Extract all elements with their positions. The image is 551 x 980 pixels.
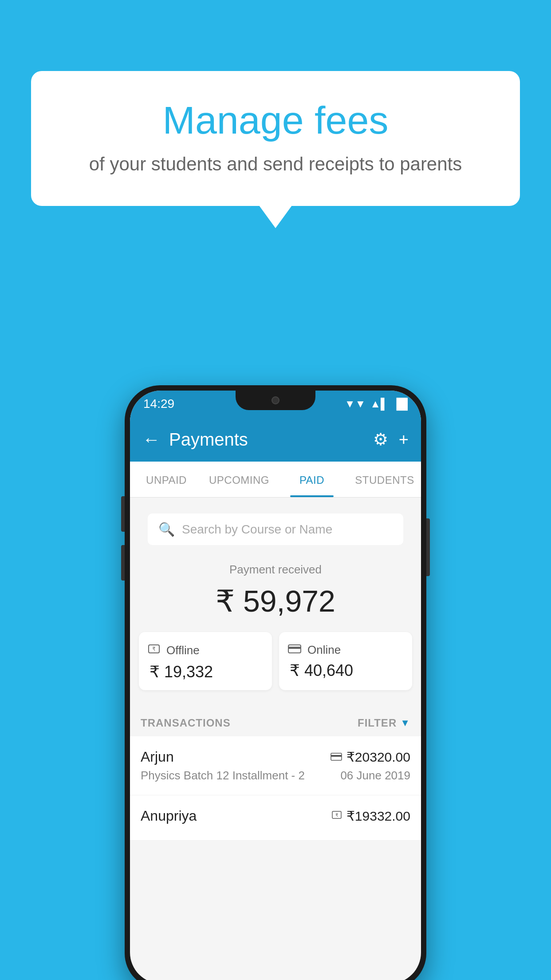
bubble-title: Manage fees [53,98,498,143]
app-bar-actions: ⚙ + [373,430,409,449]
filter-text: FILTER [358,717,397,729]
transaction-row-top: Arjun ₹20320.00 [141,749,410,765]
speech-bubble: Manage fees of your students and send re… [31,71,520,206]
phone-notch [236,391,315,410]
payment-received-label: Payment received [139,563,412,577]
payment-total-amount: ₹ 59,972 [139,584,412,619]
transaction-row[interactable]: Anupriya ₹ ₹19332.00 [130,795,421,841]
settings-icon[interactable]: ⚙ [373,430,388,449]
svg-rect-3 [288,647,301,649]
app-bar: ← Payments ⚙ + [130,417,421,462]
search-placeholder: Search by Course or Name [182,522,332,537]
volume-up-button[interactable] [121,496,125,532]
transaction-amount-wrap: ₹20320.00 [331,749,410,765]
online-label: Online [307,643,341,657]
battery-icon: ▐█ [393,398,408,410]
online-amount: ₹ 40,640 [290,661,353,680]
add-icon[interactable]: + [399,430,409,449]
status-time: 14:29 [143,397,174,411]
tab-students[interactable]: STUDENTS [348,462,421,497]
online-card: Online ₹ 40,640 [279,632,412,690]
payment-cards: ₹ Offline ₹ 19,332 [139,632,412,690]
transactions-header: TRANSACTIONS FILTER ▼ [130,708,421,736]
online-card-header: Online [288,643,341,657]
filter-icon: ▼ [400,717,410,729]
transaction-row-top: Anupriya ₹ ₹19332.00 [141,808,410,824]
filter-button[interactable]: FILTER ▼ [358,717,410,729]
transaction-row-bottom: Physics Batch 12 Installment - 2 06 June… [141,769,410,782]
search-bar[interactable]: 🔍 Search by Course or Name [148,514,403,545]
tabs-bar: UNPAID UPCOMING PAID STUDENTS [130,462,421,498]
tab-upcoming[interactable]: UPCOMING [203,462,276,497]
app-bar-title: Payments [169,430,364,450]
signal-icon: ▲▌ [370,398,388,410]
transaction-amount-wrap: ₹ ₹19332.00 [331,808,410,824]
search-icon: 🔍 [158,522,175,537]
tab-unpaid[interactable]: UNPAID [130,462,203,497]
tab-paid[interactable]: PAID [276,462,348,497]
offline-card-header: ₹ Offline [148,643,200,658]
transactions-label: TRANSACTIONS [141,717,231,729]
svg-text:₹: ₹ [152,646,156,652]
transaction-name: Anupriya [141,808,197,824]
offline-card: ₹ Offline ₹ 19,332 [139,632,272,690]
transaction-course: Physics Batch 12 Installment - 2 [141,769,305,782]
transaction-amount: ₹19332.00 [346,808,410,824]
svg-text:₹: ₹ [335,813,338,818]
power-button[interactable] [426,518,430,576]
phone-frame: 14:29 ▼▼ ▲▌ ▐█ ← Payments ⚙ + UNPAID UPC… [125,385,426,980]
transaction-amount: ₹20320.00 [346,749,410,765]
transaction-payment-icon: ₹ [331,810,342,823]
status-icons: ▼▼ ▲▌ ▐█ [345,398,408,410]
transaction-list: Arjun ₹20320.00 Physics Batch 12 [130,736,421,841]
bubble-subtitle: of your students and send receipts to pa… [53,154,498,175]
transaction-date: 06 June 2019 [340,769,410,782]
svg-rect-5 [331,755,342,757]
transaction-payment-icon [331,751,342,763]
online-icon [288,643,301,657]
wifi-icon: ▼▼ [345,398,366,410]
transaction-row[interactable]: Arjun ₹20320.00 Physics Batch 12 [130,736,421,795]
offline-amount: ₹ 19,332 [150,663,213,681]
transaction-name: Arjun [141,749,174,765]
phone-screen: 14:29 ▼▼ ▲▌ ▐█ ← Payments ⚙ + UNPAID UPC… [130,391,421,980]
offline-label: Offline [166,644,200,657]
camera-lens [272,396,279,404]
volume-down-button[interactable] [121,545,125,581]
payment-summary: Payment received ₹ 59,972 ₹ Offline [130,545,421,708]
back-button[interactable]: ← [142,430,160,450]
offline-icon: ₹ [148,643,160,658]
